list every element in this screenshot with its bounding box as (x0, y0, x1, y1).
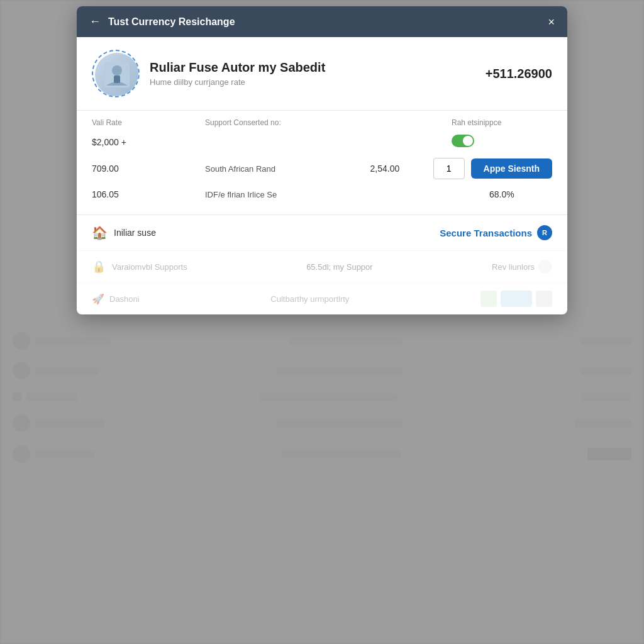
third-btn2[interactable] (501, 291, 532, 307)
table-row-first: $2,000 + (92, 131, 552, 153)
apply-button[interactable]: Appe Siesnth (471, 158, 552, 179)
secure-text: Secure Transactions (440, 228, 532, 238)
currency-value-sar: 2,54.00 (370, 164, 433, 174)
home-icon: 🏠 (92, 225, 108, 240)
rate-value: $2,000 + (92, 137, 205, 147)
col-rate-header: Vali Rate (92, 118, 205, 127)
svg-rect-2 (114, 75, 120, 83)
table-header: Vali Rate Support Conserted no: Rah etsi… (92, 111, 552, 131)
info-home-text: Iniliar suse (114, 228, 156, 238)
third-section: 🚀 Dashoni Cultbarthy urmportlrty (77, 282, 567, 314)
col-support-header: Support Conserted no: (205, 118, 452, 127)
second-section: 🔒 Varaiomvbl Supports 65.5dl; my Suppor … (77, 250, 567, 282)
col-status-header: Rah etsinippce (452, 118, 552, 127)
modal-header: ← Tust Currency Resichange × (77, 6, 567, 37)
rocket-icon: 🚀 (92, 293, 104, 305)
svg-point-1 (112, 65, 122, 75)
third-left-text: Dashoni (109, 294, 140, 304)
profile-phone: +511.26900 (486, 67, 552, 81)
quantity-input[interactable] (433, 158, 465, 179)
secure-badge: R (537, 225, 552, 240)
profile-section: Ruliar Fuse Autor my Sabedit Hume diilby… (77, 37, 567, 111)
table-row-sar: 709.00 South African Rand 2,54.00 Appe S… (92, 153, 552, 184)
profile-info: Ruliar Fuse Autor my Sabedit Hume diilby… (150, 60, 325, 87)
modal-title: Tust Currency Resichange (108, 16, 235, 28)
currency-name-sar: 709.00 (92, 164, 205, 174)
second-lock-text: Varaiomvbl Supports (112, 262, 187, 272)
third-btn1[interactable] (480, 291, 497, 307)
profile-name: Ruliar Fuse Autor my Sabedit (150, 60, 325, 75)
table-row-idf: 106.05 IDF/e flrian Irlice Se 68.0% (92, 184, 552, 204)
info-section: 🏠 Iniliar suse Secure Transactions R (77, 215, 567, 250)
profile-subtitle: Hume diilby currjange rate (150, 77, 325, 87)
third-btn3[interactable] (536, 291, 552, 307)
avatar (95, 53, 139, 97)
info-left: 🏠 Iniliar suse (92, 225, 156, 240)
modal-header-left: ← Tust Currency Resichange (89, 15, 235, 28)
back-button[interactable]: ← (89, 15, 101, 28)
second-right-text: Rev liunlors (492, 262, 535, 272)
currency-name-idf: 106.05 (92, 189, 205, 199)
avatar-wrapper (92, 50, 140, 97)
status-toggle[interactable] (452, 135, 552, 149)
modal-container: ← Tust Currency Resichange × (77, 6, 567, 314)
second-left: 🔒 Varaiomvbl Supports (92, 260, 187, 274)
profile-left: Ruliar Fuse Autor my Sabedit Hume diilby… (92, 50, 325, 97)
table-section: Vali Rate Support Conserted no: Rah etsi… (77, 111, 567, 215)
lock-icon: 🔒 (92, 260, 106, 274)
third-value-text: Cultbarthy urmportlrty (270, 294, 349, 304)
second-value: 65.5dl; my Suppor (306, 262, 373, 272)
secure-transactions: Secure Transactions R (440, 225, 552, 240)
currency-org-sar: South African Rand (205, 164, 370, 174)
currency-value-idf: 68.0% (489, 189, 552, 199)
toggle-on[interactable] (452, 135, 474, 147)
modal-overlay: ← Tust Currency Resichange × (0, 0, 644, 644)
second-badge (538, 260, 552, 274)
close-button[interactable]: × (548, 16, 555, 28)
currency-org-idf: IDF/e flrian Irlice Se (205, 190, 489, 199)
